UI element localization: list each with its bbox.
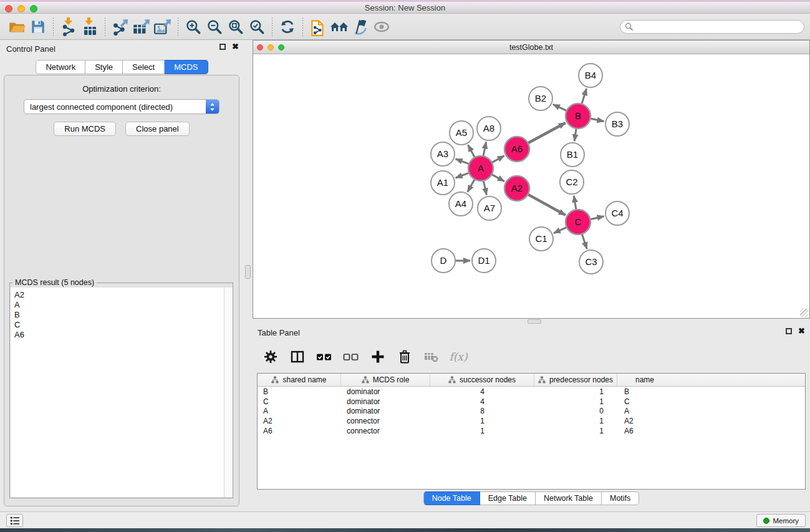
network-window-titlebar[interactable]: testGlobe.txt: [253, 41, 809, 54]
graph-edge-C-C2[interactable]: [574, 196, 576, 210]
close-panel-button[interactable]: Close panel: [125, 122, 190, 136]
export-table-button[interactable]: [131, 16, 152, 37]
node-table[interactable]: shared nameMCDS rolesuccessor nodesprede…: [257, 373, 806, 490]
zoom-out-button[interactable]: [204, 16, 225, 37]
table-cell[interactable]: A: [258, 407, 341, 415]
tab-style[interactable]: Style: [85, 60, 123, 74]
table-cell[interactable]: connector: [341, 427, 430, 435]
vertical-splitter-grip[interactable]: [245, 265, 251, 279]
run-mcds-button[interactable]: Run MCDS: [54, 122, 116, 136]
table-cell[interactable]: 1: [534, 397, 617, 406]
mcds-result-item[interactable]: A: [14, 300, 232, 310]
export-network-button[interactable]: [110, 16, 131, 37]
graph-edge-A6-B[interactable]: [528, 123, 566, 143]
search-input[interactable]: [620, 20, 804, 34]
save-session-button[interactable]: [27, 16, 49, 37]
graph-edge-B-B1[interactable]: [574, 128, 576, 141]
column-header-mcds-role[interactable]: MCDS role: [341, 374, 430, 386]
table-cell[interactable]: 1: [534, 387, 617, 396]
create-column-button[interactable]: [369, 347, 387, 366]
zoom-fit-button[interactable]: [225, 16, 246, 37]
table-cell[interactable]: dominator: [341, 387, 430, 396]
resize-grip-icon[interactable]: [800, 309, 809, 317]
graph-edge-C-C3[interactable]: [582, 234, 587, 249]
mcds-result-scrollbar[interactable]: [224, 288, 233, 497]
table-cell[interactable]: dominator: [341, 407, 430, 415]
delete-table-button[interactable]: [422, 347, 441, 366]
table-row[interactable]: A2connector11A2: [258, 416, 805, 426]
table-cell[interactable]: C: [258, 397, 341, 406]
float-table-panel-icon[interactable]: [786, 328, 792, 334]
graph-edge-B-B4[interactable]: [582, 89, 587, 104]
column-header-successor-nodes[interactable]: successor nodes: [430, 374, 534, 386]
horizontal-splitter-grip[interactable]: [528, 319, 541, 324]
table-cell[interactable]: B: [258, 387, 341, 396]
graph-edge-C-C4[interactable]: [591, 216, 604, 220]
table-cell[interactable]: A6: [258, 427, 341, 435]
table-cell[interactable]: 1: [534, 417, 617, 425]
column-header-shared-name[interactable]: shared name: [258, 374, 341, 386]
graph-edge-B-B2[interactable]: [553, 104, 567, 110]
close-table-panel-icon[interactable]: ✖: [798, 328, 805, 334]
new-network-from-selection-button[interactable]: [307, 16, 329, 37]
import-network-button[interactable]: [58, 16, 79, 37]
table-cell[interactable]: A2: [617, 417, 672, 425]
close-panel-icon[interactable]: ✖: [232, 44, 239, 50]
graph-edge-B-B3[interactable]: [591, 118, 604, 122]
show-column-button[interactable]: [288, 347, 307, 366]
import-table-button[interactable]: [79, 16, 100, 37]
table-row[interactable]: Bdominator41B: [258, 387, 805, 397]
open-session-button[interactable]: [6, 16, 27, 37]
graph-edge-A-A6[interactable]: [492, 156, 504, 163]
table-settings-button[interactable]: [261, 347, 280, 366]
graph-edge-A-A5[interactable]: [468, 145, 475, 157]
table-cell[interactable]: A6: [617, 427, 672, 435]
tab-select[interactable]: Select: [123, 60, 165, 74]
mcds-result-item[interactable]: A2: [14, 290, 232, 300]
tab-motifs[interactable]: Motifs: [602, 491, 639, 505]
graph-edge-A-A3[interactable]: [456, 159, 470, 164]
graph-edge-A-A8[interactable]: [483, 142, 486, 157]
table-cell[interactable]: connector: [341, 417, 430, 425]
float-panel-icon[interactable]: [219, 44, 226, 50]
table-cell[interactable]: B: [617, 387, 672, 396]
home-button[interactable]: [329, 16, 350, 37]
table-cell[interactable]: 4: [430, 387, 534, 396]
graph-edge-A-A1[interactable]: [456, 173, 470, 178]
export-image-button[interactable]: [152, 16, 173, 37]
zoom-in-button[interactable]: [183, 16, 204, 37]
graph-edge-A-A7[interactable]: [483, 181, 486, 195]
table-cell[interactable]: 8: [430, 407, 534, 415]
mcds-result-item[interactable]: B: [14, 310, 232, 320]
memory-button[interactable]: Memory: [756, 514, 806, 527]
table-row[interactable]: Cdominator41C: [258, 397, 805, 407]
mcds-result-list[interactable]: A2ABCA6: [11, 288, 232, 497]
function-builder-button[interactable]: f(x): [449, 347, 468, 366]
mcds-result-item[interactable]: A6: [14, 330, 232, 340]
tab-network[interactable]: Network: [36, 60, 85, 74]
graph-edge-A-A4[interactable]: [468, 179, 475, 191]
deselect-all-button[interactable]: [342, 347, 360, 366]
network-canvas[interactable]: B4B2BB3A8A5A6A3B1AA1C2A2A4A7C4CC1C3DD1: [253, 55, 809, 318]
tab-network-table[interactable]: Network Table: [536, 491, 602, 505]
table-row[interactable]: A6connector11A6: [258, 426, 805, 436]
table-row[interactable]: Adominator80A: [258, 406, 805, 416]
vertical-splitter[interactable]: [244, 40, 253, 511]
table-cell[interactable]: A2: [258, 417, 341, 425]
eye-button[interactable]: [371, 16, 392, 37]
refresh-button[interactable]: [277, 16, 298, 37]
zoom-selected-button[interactable]: [246, 16, 268, 37]
tab-edge-table[interactable]: Edge Table: [480, 491, 536, 505]
column-header-name[interactable]: name: [617, 374, 672, 386]
delete-column-button[interactable]: [395, 347, 414, 366]
graphics-details-button[interactable]: [350, 16, 371, 37]
tab-node-table[interactable]: Node Table: [423, 491, 480, 505]
table-cell[interactable]: 0: [534, 407, 617, 415]
table-cell[interactable]: 1: [430, 427, 534, 435]
table-cell[interactable]: C: [617, 397, 672, 406]
graph-edge-A2-C[interactable]: [528, 195, 566, 215]
table-cell[interactable]: 4: [430, 397, 534, 406]
select-all-button[interactable]: [315, 347, 334, 366]
graph-edge-A-A2[interactable]: [492, 175, 504, 181]
mcds-result-item[interactable]: C: [14, 320, 232, 330]
